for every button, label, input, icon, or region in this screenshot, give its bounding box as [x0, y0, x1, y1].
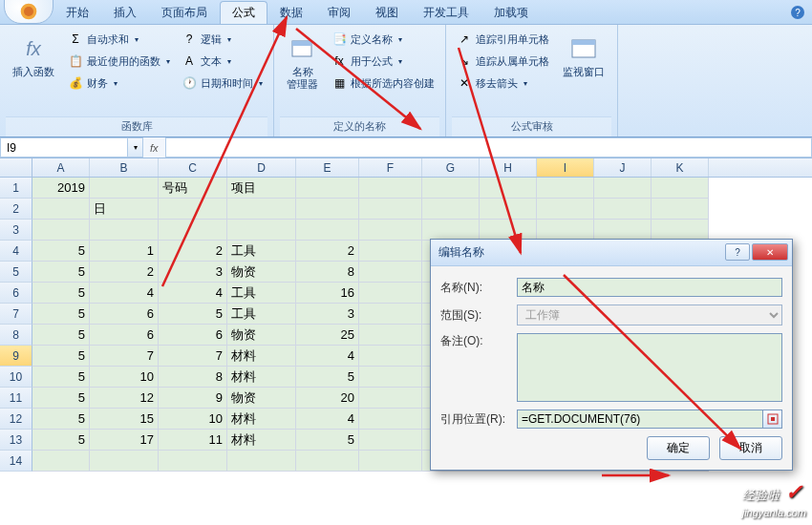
range-picker-button[interactable] — [763, 410, 782, 429]
cell[interactable]: 2 — [296, 241, 359, 262]
cell[interactable]: 2019 — [32, 178, 90, 199]
cell[interactable]: 9 — [159, 388, 227, 409]
row-header[interactable]: 3 — [0, 220, 32, 241]
cell[interactable]: 5 — [32, 346, 90, 367]
help-button[interactable]: ? — [725, 243, 750, 261]
cell[interactable] — [359, 220, 422, 241]
cell[interactable] — [359, 178, 422, 199]
cell[interactable] — [359, 409, 422, 430]
cell[interactable]: 1 — [90, 241, 159, 262]
cell[interactable]: 7 — [90, 346, 159, 367]
row-header[interactable]: 5 — [0, 262, 32, 283]
cell[interactable] — [422, 178, 480, 199]
cell[interactable]: 10 — [90, 367, 159, 388]
cell[interactable] — [159, 220, 227, 241]
text-button[interactable]: A文本▾ — [177, 51, 267, 72]
cell[interactable]: 项目 — [227, 178, 296, 199]
cell[interactable] — [359, 346, 422, 367]
dialog-titlebar[interactable]: 编辑名称 ? ✕ — [431, 240, 792, 266]
name-input[interactable] — [517, 278, 782, 297]
comment-textarea[interactable] — [517, 333, 782, 402]
cell[interactable]: 5 — [32, 241, 90, 262]
cell[interactable]: 日 — [90, 199, 159, 220]
cell[interactable]: 6 — [90, 304, 159, 325]
cell[interactable] — [652, 178, 709, 199]
cell[interactable]: 8 — [159, 367, 227, 388]
formula-input[interactable] — [165, 137, 812, 158]
col-header-B[interactable]: B — [90, 158, 159, 177]
cell[interactable] — [359, 451, 422, 472]
tab-公式[interactable]: 公式 — [220, 1, 267, 24]
trace-precedents-button[interactable]: ↗追踪引用单元格 — [452, 29, 554, 50]
cell[interactable]: 6 — [90, 325, 159, 346]
cell[interactable]: 5 — [296, 367, 359, 388]
cell[interactable] — [537, 178, 594, 199]
row-header[interactable]: 4 — [0, 241, 32, 262]
cell[interactable]: 物资 — [227, 325, 296, 346]
cell[interactable]: 工具 — [227, 241, 296, 262]
row-header[interactable]: 7 — [0, 304, 32, 325]
row-header[interactable]: 10 — [0, 367, 32, 388]
cell[interactable] — [594, 199, 652, 220]
tab-开始[interactable]: 开始 — [53, 1, 101, 24]
cell[interactable] — [227, 199, 296, 220]
cell[interactable]: 25 — [296, 325, 359, 346]
cell[interactable] — [296, 199, 359, 220]
close-button[interactable]: ✕ — [752, 243, 788, 261]
ok-button[interactable]: 确定 — [647, 436, 710, 460]
tab-插入[interactable]: 插入 — [101, 1, 149, 24]
cell[interactable]: 5 — [159, 304, 227, 325]
col-header-F[interactable]: F — [359, 158, 422, 177]
cell[interactable] — [359, 283, 422, 304]
name-box[interactable]: I9 ▾ — [0, 137, 143, 158]
col-header-J[interactable]: J — [594, 158, 652, 177]
cell[interactable]: 10 — [159, 409, 227, 430]
cell[interactable]: 4 — [296, 346, 359, 367]
cell[interactable] — [480, 220, 537, 241]
tab-加载项[interactable]: 加载项 — [481, 1, 541, 24]
remove-arrows-button[interactable]: ✕移去箭头▾ — [452, 73, 554, 94]
help-icon[interactable]: ? — [791, 6, 804, 19]
cell[interactable] — [32, 199, 90, 220]
cell[interactable]: 15 — [90, 409, 159, 430]
cell[interactable] — [90, 220, 159, 241]
logic-button[interactable]: ?逻辑▾ — [177, 29, 267, 50]
col-header-K[interactable]: K — [652, 158, 709, 177]
cell[interactable] — [159, 451, 227, 472]
cell[interactable] — [296, 178, 359, 199]
autosum-button[interactable]: Σ自动求和▾ — [63, 29, 175, 50]
cell[interactable] — [359, 325, 422, 346]
cell[interactable]: 5 — [32, 325, 90, 346]
cell[interactable] — [227, 220, 296, 241]
col-header-E[interactable]: E — [296, 158, 359, 177]
cell[interactable]: 4 — [90, 283, 159, 304]
cell[interactable] — [422, 199, 480, 220]
cell[interactable]: 材料 — [227, 367, 296, 388]
cell[interactable]: 5 — [32, 304, 90, 325]
row-header[interactable]: 1 — [0, 178, 32, 199]
cell[interactable] — [359, 367, 422, 388]
cell[interactable]: 2 — [90, 262, 159, 283]
name-manager-button[interactable]: 名称管理器 — [280, 29, 325, 95]
cell[interactable]: 2 — [159, 241, 227, 262]
col-header-G[interactable]: G — [422, 158, 480, 177]
datetime-button[interactable]: 🕐日期和时间▾ — [177, 73, 267, 94]
cell[interactable] — [652, 199, 709, 220]
cell[interactable]: 5 — [32, 409, 90, 430]
col-header-I[interactable]: I — [537, 158, 594, 177]
cell[interactable]: 4 — [296, 409, 359, 430]
cell[interactable] — [480, 178, 537, 199]
cell[interactable]: 5 — [296, 430, 359, 451]
cell[interactable] — [594, 220, 652, 241]
cancel-button[interactable]: 取消 — [719, 436, 782, 460]
row-header[interactable]: 14 — [0, 451, 32, 472]
cell[interactable]: 17 — [90, 430, 159, 451]
cell[interactable]: 5 — [32, 367, 90, 388]
cell[interactable]: 4 — [159, 283, 227, 304]
insert-function-button[interactable]: fx 插入函数 — [6, 29, 61, 83]
row-header[interactable]: 6 — [0, 283, 32, 304]
cell[interactable] — [537, 220, 594, 241]
col-header-D[interactable]: D — [227, 158, 296, 177]
cell[interactable]: 5 — [32, 283, 90, 304]
cell[interactable] — [359, 430, 422, 451]
